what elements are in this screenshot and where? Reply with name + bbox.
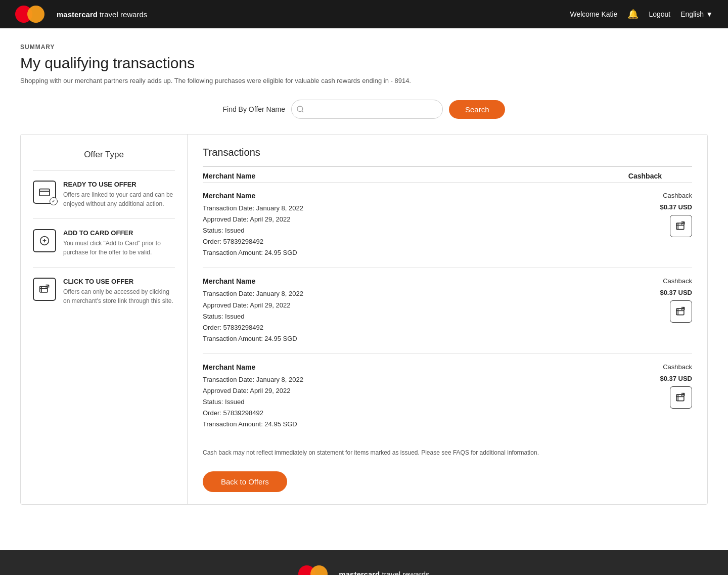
- col-cashback: Cashback: [628, 172, 662, 180]
- back-button-wrap: Back to Offers: [203, 471, 692, 492]
- add-card-icon: [33, 229, 56, 252]
- offer-type-divider: [33, 170, 175, 170]
- add-card-title: ADD TO CARD OFFER: [63, 229, 175, 237]
- offer-type-add-card: ADD TO CARD OFFER You must click "Add to…: [33, 229, 175, 268]
- svg-rect-13: [676, 223, 684, 230]
- footer-top: mastercard travel rewards: [0, 550, 728, 575]
- click-offer-icon: [33, 278, 56, 301]
- tx-cashback-amount: $0.37 USD: [660, 375, 692, 382]
- search-bar: Find By Offer Name Search: [20, 100, 708, 119]
- main-content: SUMMARY My qualifying transactions Shopp…: [0, 28, 728, 520]
- tx-cart-icon: [670, 386, 692, 409]
- card-icon: [39, 188, 50, 197]
- tx-cart-icon: [670, 215, 692, 237]
- check-badge: ✓: [50, 197, 58, 205]
- footer-mc-orange: [310, 565, 328, 575]
- chevron-down-icon: ▼: [706, 10, 713, 18]
- logout-button[interactable]: Logout: [649, 10, 670, 18]
- tx-detail: Transaction Date: January 8, 2022 Approv…: [203, 203, 660, 258]
- tx-info: Merchant Name Transaction Date: January …: [203, 277, 660, 344]
- tx-cashback-amount: $0.37 USD: [660, 289, 692, 296]
- svg-rect-19: [676, 309, 684, 316]
- tx-info: Merchant Name Transaction Date: January …: [203, 363, 660, 430]
- search-button[interactable]: Search: [449, 100, 506, 119]
- transactions-panel: Transactions Merchant Name Cashback Merc…: [188, 135, 707, 504]
- tx-cart-icon: [670, 300, 692, 323]
- disclaimer-text: Cash back may not reflect immediately on…: [203, 449, 692, 461]
- footer-brand-text: mastercard travel rewards: [339, 570, 429, 575]
- add-card-desc: You must click "Add to Card" prior to pu…: [63, 239, 175, 257]
- footer-brand-bold: mastercard: [339, 570, 380, 575]
- plus-circle-icon: [39, 236, 50, 246]
- page-description: Shopping with our merchant partners real…: [20, 77, 708, 84]
- tx-cashback-label: Cashback: [663, 363, 692, 371]
- search-input-wrap: [291, 100, 443, 119]
- tx-merchant: Merchant Name: [203, 192, 660, 200]
- tx-detail: Transaction Date: January 8, 2022 Approv…: [203, 288, 660, 344]
- svg-point-0: [297, 106, 303, 112]
- offer-type-ready: ✓ READY TO USE OFFER Offers are linked t…: [33, 181, 175, 219]
- transactions-title: Transactions: [203, 147, 692, 158]
- col-merchant: Merchant Name: [203, 172, 255, 180]
- back-to-offers-button[interactable]: Back to Offers: [203, 471, 287, 492]
- mastercard-logo: [15, 6, 44, 23]
- tx-right: Cashback $0.37 USD: [660, 363, 692, 409]
- transaction-list: Merchant Name Transaction Date: January …: [203, 183, 692, 439]
- tx-cashback-label: Cashback: [663, 277, 692, 285]
- header-right: Welcome Katie 🔔 Logout English ▼: [570, 9, 713, 20]
- tx-cashback-amount: $0.37 USD: [660, 203, 692, 211]
- tx-right: Cashback $0.37 USD: [660, 277, 692, 323]
- brand-bold: mastercard: [57, 10, 98, 19]
- brand-suffix: travel rewards: [98, 10, 147, 19]
- search-label: Find By Offer Name: [223, 105, 285, 113]
- transaction-row: Merchant Name Transaction Date: January …: [203, 183, 692, 268]
- transaction-row: Merchant Name Transaction Date: January …: [203, 354, 692, 439]
- welcome-text: Welcome Katie: [570, 10, 617, 18]
- click-offer-title: CLICK TO USE OFFER: [63, 278, 175, 285]
- footer-brand: mastercard travel rewards: [298, 565, 429, 575]
- summary-label: SUMMARY: [20, 43, 708, 51]
- cart-link-icon: [39, 284, 50, 294]
- svg-line-1: [302, 111, 303, 112]
- bell-icon[interactable]: 🔔: [627, 9, 639, 20]
- content-area: Offer Type ✓ READY TO USE OFFER Offers a…: [20, 134, 708, 505]
- tx-merchant: Merchant Name: [203, 277, 660, 285]
- footer: mastercard travel rewards This site is f…: [0, 550, 728, 575]
- click-offer-text: CLICK TO USE OFFER Offers can only be ac…: [63, 278, 175, 305]
- footer-mc-logo: [298, 565, 328, 575]
- tx-cashback-label: Cashback: [663, 192, 692, 199]
- page-title: My qualifying transactions: [20, 55, 708, 72]
- svg-rect-25: [676, 394, 684, 401]
- ready-offer-icon: ✓: [33, 181, 56, 204]
- offer-type-click: CLICK TO USE OFFER Offers can only be ac…: [33, 278, 175, 316]
- header: mastercard travel rewards Welcome Katie …: [0, 0, 728, 28]
- offer-type-panel: Offer Type ✓ READY TO USE OFFER Offers a…: [21, 135, 188, 504]
- footer-brand-suffix: travel rewards: [380, 570, 429, 575]
- add-card-text: ADD TO CARD OFFER You must click "Add to…: [63, 229, 175, 257]
- header-left: mastercard travel rewards: [15, 6, 147, 23]
- tx-right: Cashback $0.37 USD: [660, 192, 692, 237]
- transaction-row: Merchant Name Transaction Date: January …: [203, 268, 692, 353]
- svg-rect-2: [39, 189, 50, 196]
- tx-info: Merchant Name Transaction Date: January …: [203, 192, 660, 258]
- ready-offer-desc: Offers are linked to your card and can b…: [63, 190, 175, 208]
- mc-orange-circle: [27, 6, 44, 23]
- language-selector[interactable]: English ▼: [680, 10, 713, 18]
- tx-merchant: Merchant Name: [203, 363, 660, 371]
- offer-type-title: Offer Type: [33, 150, 175, 160]
- language-label: English: [680, 10, 704, 18]
- click-offer-desc: Offers can only be accessed by clicking …: [63, 287, 175, 305]
- ready-offer-text: READY TO USE OFFER Offers are linked to …: [63, 181, 175, 208]
- brand-name: mastercard travel rewards: [57, 10, 147, 19]
- search-input[interactable]: [291, 100, 443, 119]
- ready-offer-title: READY TO USE OFFER: [63, 181, 175, 188]
- search-icon: [296, 105, 304, 113]
- tx-detail: Transaction Date: January 8, 2022 Approv…: [203, 374, 660, 430]
